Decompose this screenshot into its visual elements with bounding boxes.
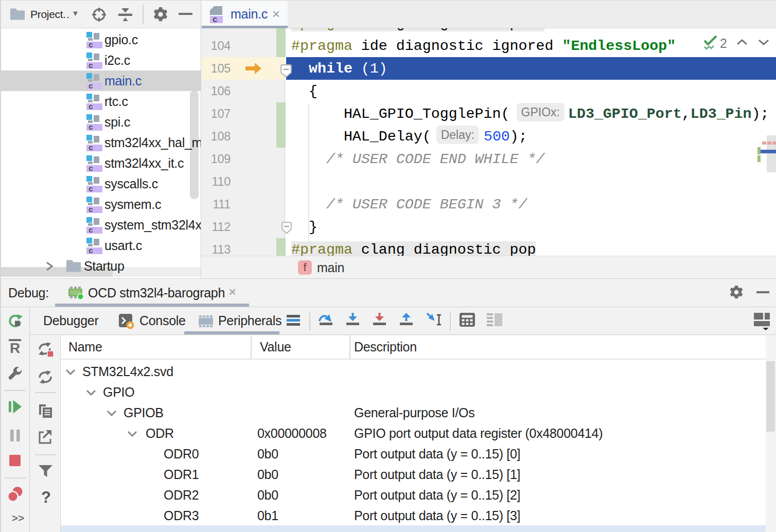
svg-text:c: c [213,15,217,24]
svg-text:c: c [89,62,93,69]
svg-text:c: c [89,41,93,48]
svg-text:c: c [89,123,93,131]
svg-text:c: c [89,226,93,234]
svg-text:c: c [89,144,93,151]
svg-text:c: c [89,165,93,172]
svg-text:c: c [89,82,93,90]
svg-text:c: c [89,247,93,254]
svg-text:c: c [89,103,93,110]
svg-text:c: c [89,185,93,192]
svg-text:c: c [89,206,93,213]
